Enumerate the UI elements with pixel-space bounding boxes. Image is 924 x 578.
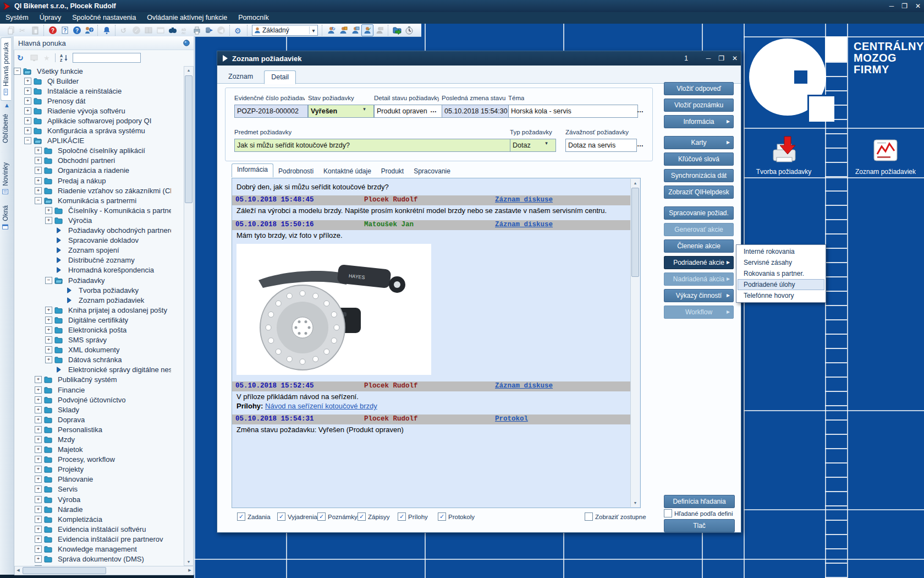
- favorite-star-icon[interactable]: ★: [41, 52, 53, 64]
- action-button-k-ov-slov-[interactable]: Kľúčové slová: [664, 152, 734, 166]
- tree-item[interactable]: −APLIKÁCIE: [24, 136, 171, 146]
- action-button--lenenie-akcie[interactable]: Členenie akcie: [664, 239, 734, 253]
- tree-item[interactable]: +Kompletizácia: [35, 514, 171, 524]
- sidebar-tab-4[interactable]: Okná: [1, 201, 10, 235]
- paste-icon[interactable]: [29, 24, 41, 36]
- user-save-icon[interactable]: [373, 24, 386, 36]
- tree-expander[interactable]: +: [24, 97, 31, 105]
- tree-expander[interactable]: +: [35, 187, 42, 194]
- tree-expander[interactable]: +: [24, 127, 31, 134]
- tree-expander[interactable]: +: [45, 317, 52, 324]
- menu-item[interactable]: Systém: [0, 12, 34, 24]
- search-by-definition-checkbox[interactable]: Hľadané podľa defini: [664, 509, 733, 517]
- detail-tab-2[interactable]: Podrobnosti: [273, 166, 318, 177]
- tree-item[interactable]: +Riadenie vzťahov so zákazníkmi (CRM): [35, 186, 171, 195]
- action-button-synchroniz-cia-d-t[interactable]: Synchronizácia dát: [664, 169, 734, 182]
- tree-expander[interactable]: +: [35, 555, 42, 563]
- tree-expander[interactable]: +: [45, 346, 52, 353]
- tree-expander[interactable]: −: [45, 277, 52, 284]
- app-close-button[interactable]: ✕: [915, 2, 921, 10]
- window-icon[interactable]: [155, 24, 167, 36]
- tree-item[interactable]: −Komunikácia s partnermi: [35, 195, 171, 205]
- tree-item[interactable]: +Výročia: [45, 215, 171, 225]
- tree-item[interactable]: +Konfigurácia a správa systému: [24, 126, 171, 136]
- tree-expander[interactable]: −: [35, 197, 42, 204]
- discussion-record-link[interactable]: Záznam di­skuse: [495, 196, 553, 204]
- tree-expander[interactable]: +: [35, 396, 42, 403]
- detail-tab-1[interactable]: Informácia: [232, 163, 273, 177]
- tree-item[interactable]: +Digitálne certifikáty: [45, 315, 171, 325]
- tree-expander[interactable]: +: [35, 157, 42, 164]
- tree-item[interactable]: +Evidencia inštalácií pre partnerov: [35, 534, 171, 544]
- tree-item[interactable]: +Zoznam požiadaviek: [56, 295, 171, 305]
- action-button-workflow[interactable]: Workflow: [664, 306, 734, 319]
- popup-item-5[interactable]: Telefónne hovory: [738, 290, 824, 301]
- tree-expander[interactable]: +: [45, 326, 52, 334]
- replace-icon[interactable]: abac: [179, 24, 191, 36]
- tree-item[interactable]: +Spoločné číselníky aplikácií: [35, 146, 171, 156]
- tree-expander[interactable]: +: [35, 416, 42, 423]
- tree-item[interactable]: +Evidencia inštalácií softvéru: [35, 524, 171, 534]
- timer-icon[interactable]: [403, 24, 415, 36]
- window-minimize-button[interactable]: ─: [706, 54, 711, 62]
- tree-expander[interactable]: +: [35, 426, 42, 433]
- window-maximize-button[interactable]: ❐: [718, 54, 724, 62]
- topic-field[interactable]: Horská kola - servis: [508, 105, 638, 118]
- tree-item[interactable]: +Výroba: [35, 494, 171, 504]
- collapse-arrow-icon[interactable]: ▲: [0, 102, 14, 108]
- tree-expander[interactable]: +: [35, 476, 42, 483]
- menu-item[interactable]: Spoločné nastavenia: [67, 12, 141, 24]
- filter-protokoly[interactable]: Protokoly: [438, 512, 475, 521]
- discussion-scrollbar[interactable]: ▲ ▼: [630, 179, 640, 507]
- tree-item[interactable]: +Doprava: [35, 415, 171, 424]
- tree-item[interactable]: +Hromadná korešpondencia: [45, 265, 171, 275]
- menu-item[interactable]: Ovládanie aktívnej funkcie: [141, 12, 233, 24]
- menu-item[interactable]: Pomocník: [233, 12, 274, 24]
- tree-expander[interactable]: +: [24, 107, 31, 114]
- tree-item[interactable]: +Kniha prijatej a odoslanej pošty: [45, 305, 171, 315]
- tree-item[interactable]: +Financie: [35, 385, 171, 395]
- tree-expander[interactable]: −: [24, 137, 31, 144]
- tree-expander[interactable]: +: [35, 456, 42, 463]
- user-edit-icon[interactable]: [337, 24, 349, 36]
- severity-lookup-icon[interactable]: [637, 140, 644, 148]
- popup-item-1[interactable]: Interné rokovania: [738, 246, 824, 257]
- filter-poznámky[interactable]: Poznámky: [317, 512, 358, 521]
- tree-expander[interactable]: +: [35, 506, 42, 513]
- refresh-icon[interactable]: ↻: [15, 52, 27, 64]
- copy-icon[interactable]: [5, 24, 17, 36]
- tree-item[interactable]: +Požiadavky obchodných partnerov: [45, 226, 171, 236]
- filter-zadania[interactable]: Zadania: [237, 512, 271, 521]
- sidebar-tab-1[interactable]: Hlavná ponuka: [1, 37, 11, 101]
- action-button-podriaden-akcie[interactable]: Podriadené akcie: [664, 256, 734, 269]
- tree-expander[interactable]: +: [35, 167, 42, 174]
- tree-item[interactable]: +Aplikácie softwarovej podpory QI: [24, 116, 171, 126]
- app-maximize-button[interactable]: ❐: [901, 2, 908, 10]
- tree-item[interactable]: +Servis: [35, 484, 171, 494]
- action-button-vlo-i-pozn-mku[interactable]: Vložiť poznámku: [664, 99, 734, 112]
- filter-prílohy[interactable]: Prílohy: [398, 512, 428, 521]
- action-button-spracovanie-po-iad-[interactable]: Spracovanie požiad.: [664, 206, 734, 220]
- sidebar-tab-3[interactable]: Novinky: [1, 158, 10, 200]
- print-button[interactable]: Tlač: [664, 519, 735, 532]
- monitor-icon[interactable]: [28, 52, 40, 64]
- tree-expander[interactable]: +: [45, 207, 52, 214]
- tree-item[interactable]: +Riadenie vývoja softvéru: [24, 106, 171, 116]
- tree-expander[interactable]: +: [35, 496, 42, 503]
- tree-item[interactable]: +Číselníky - Komunikácia s partnermi: [45, 205, 171, 215]
- tree-item[interactable]: +Náradie: [35, 504, 171, 514]
- window-tab-zoznam[interactable]: Zoznam: [222, 70, 260, 83]
- tree-item[interactable]: +Spracovanie dokladov: [45, 236, 171, 246]
- tree-item[interactable]: +Elektronická pošta: [45, 325, 171, 335]
- discussion-record-link[interactable]: Záznam diskuse: [495, 382, 553, 390]
- action-button-zobrazi-qihelpdesk[interactable]: Zobraziť QIHelpdesk: [664, 186, 734, 199]
- tree-item[interactable]: +Distribučné zoznamy: [45, 255, 171, 265]
- search-definition-button[interactable]: Definícia hľadania: [664, 495, 735, 508]
- tree-item[interactable]: +Plánovanie: [35, 475, 171, 484]
- user-photo-icon[interactable]: [349, 24, 361, 36]
- discussion-record-link[interactable]: Záznam diskuse: [495, 221, 553, 228]
- profile-combo[interactable]: Základný: [252, 25, 318, 36]
- tree-item[interactable]: +Obchodní partneri: [35, 156, 171, 166]
- tree-item[interactable]: +Projekty: [35, 465, 171, 475]
- tree-item[interactable]: +Dátová schránka: [45, 355, 171, 365]
